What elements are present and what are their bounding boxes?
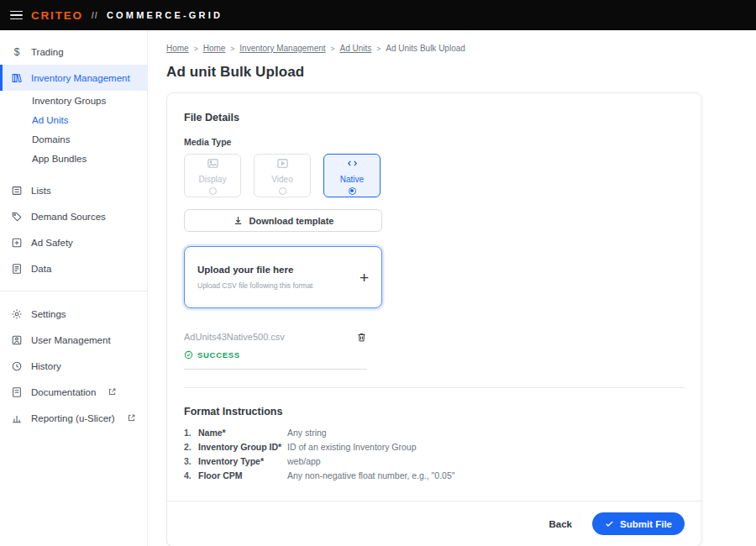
gear-icon xyxy=(10,307,24,321)
instruction-number: 2. xyxy=(184,442,198,452)
sidebar-item-label: Data xyxy=(31,264,51,274)
sidebar-item-label: Inventory Management xyxy=(31,73,130,83)
instruction-description: ID of an existing Inventory Group xyxy=(287,442,417,452)
dropzone-title: Upload your file here xyxy=(197,265,312,275)
sidebar-subitem-label: App Bundles xyxy=(32,154,87,164)
trash-icon xyxy=(356,332,367,343)
external-link-icon xyxy=(127,413,136,423)
breadcrumb-separator: > xyxy=(194,45,198,53)
radio-native[interactable] xyxy=(349,187,356,195)
submit-file-label: Submit File xyxy=(620,519,672,529)
instruction-field: Inventory Type* xyxy=(198,456,287,466)
instruction-number: 1. xyxy=(184,428,198,438)
check-circle-icon xyxy=(184,350,193,360)
sidebar-item-inventory-management[interactable]: Inventory Management xyxy=(0,65,147,91)
download-icon xyxy=(233,215,244,226)
sidebar-item-settings[interactable]: Settings xyxy=(0,301,147,327)
back-button[interactable]: Back xyxy=(549,519,573,529)
media-type-label: Media Type xyxy=(184,137,685,147)
sidebar-item-domains[interactable]: Domains xyxy=(0,129,147,149)
clock-icon xyxy=(10,360,24,373)
sidebar-item-demand-sources[interactable]: Demand Sources xyxy=(0,203,147,229)
radio-display[interactable] xyxy=(209,187,217,195)
app-window: CRITEO // COMMERCE-GRID $ Trading Invent… xyxy=(0,0,756,546)
breadcrumb-home[interactable]: Home xyxy=(166,44,189,53)
media-option-display[interactable]: Display xyxy=(184,154,241,197)
media-option-native[interactable]: Native xyxy=(323,154,381,197)
breadcrumb: Home > Home > Inventory Management > Ad … xyxy=(166,44,756,53)
sidebar-subitem-label: Inventory Groups xyxy=(32,96,106,106)
breadcrumb-ad-units[interactable]: Ad Units xyxy=(340,44,372,53)
instruction-description: Any non-negative float number, e.g., "0.… xyxy=(287,470,455,480)
hamburger-menu-icon[interactable] xyxy=(10,11,23,20)
uploaded-file-item: AdUnits43Native500.csv SUCCESS xyxy=(184,332,367,370)
sidebar-item-reporting[interactable]: Reporting (u-Slicer) xyxy=(0,405,147,431)
product-name: COMMERCE-GRID xyxy=(107,10,223,20)
sidebar-item-label: Reporting (u-Slicer) xyxy=(31,413,115,423)
bulk-upload-card: File Details Media Type Display xyxy=(166,92,702,546)
sidebar-item-label: Documentation xyxy=(31,387,96,397)
inventory-icon xyxy=(10,71,24,85)
media-option-video[interactable]: Video xyxy=(254,154,311,197)
sidebar-item-app-bundles[interactable]: App Bundles xyxy=(0,149,147,168)
breadcrumb-separator: > xyxy=(376,45,381,53)
file-details-heading: File Details xyxy=(184,112,685,123)
sidebar-item-lists[interactable]: Lists xyxy=(0,177,147,203)
media-option-label: Video xyxy=(271,175,292,184)
file-upload-dropzone[interactable]: Upload your file here Upload CSV file fo… xyxy=(184,246,382,308)
video-icon xyxy=(276,157,289,173)
format-instructions-list: 1. Name* Any string 2. Inventory Group I… xyxy=(184,428,685,480)
sidebar-item-documentation[interactable]: Documentation xyxy=(0,379,147,405)
document-icon xyxy=(10,386,24,399)
sidebar-item-trading[interactable]: $ Trading xyxy=(0,39,147,65)
topbar: CRITEO // COMMERCE-GRID xyxy=(0,0,756,30)
download-template-button[interactable]: Download template xyxy=(184,209,382,232)
sidebar-item-history[interactable]: History xyxy=(0,353,147,379)
dollar-icon: $ xyxy=(10,45,24,59)
format-instruction-row: 3. Inventory Type* web/app xyxy=(184,456,685,466)
main-content: Home > Home > Inventory Management > Ad … xyxy=(148,30,756,546)
format-instructions-heading: Format Instructions xyxy=(184,406,685,417)
instruction-description: Any string xyxy=(287,428,327,438)
breadcrumb-separator: > xyxy=(331,45,335,53)
sidebar: $ Trading Inventory Management Inventory… xyxy=(0,30,148,546)
radio-video[interactable] xyxy=(279,187,286,195)
page-title: Ad unit Bulk Upload xyxy=(166,64,756,81)
card-footer: Back Submit File xyxy=(167,501,701,546)
format-instruction-row: 1. Name* Any string xyxy=(184,428,685,438)
delete-file-button[interactable] xyxy=(356,332,367,343)
format-instruction-row: 4. Floor CPM Any non-negative float numb… xyxy=(184,470,685,480)
criteo-logo: CRITEO xyxy=(31,9,83,22)
download-template-label: Download template xyxy=(249,216,334,226)
sidebar-subitem-label: Ad Units xyxy=(32,115,68,125)
sidebar-item-label: Demand Sources xyxy=(31,212,106,222)
status-badge: SUCCESS xyxy=(197,350,240,360)
breadcrumb-inventory-management[interactable]: Inventory Management xyxy=(239,44,325,53)
user-icon xyxy=(10,333,24,347)
sidebar-spacer xyxy=(0,168,147,177)
check-icon xyxy=(605,519,614,528)
sidebar-item-user-management[interactable]: User Management xyxy=(0,327,147,353)
submit-file-button[interactable]: Submit File xyxy=(592,512,685,535)
media-type-options: Display Video xyxy=(184,154,685,197)
instruction-field: Inventory Group ID* xyxy=(198,442,287,452)
sidebar-item-data[interactable]: Data xyxy=(0,255,147,281)
dropzone-subtitle: Upload CSV file following this format xyxy=(197,281,312,290)
instruction-field: Name* xyxy=(198,428,287,438)
document-lines-icon xyxy=(10,262,24,276)
sidebar-item-label: History xyxy=(31,361,61,371)
sidebar-item-ad-safety[interactable]: Ad Safety xyxy=(0,229,147,255)
sidebar-subitem-label: Domains xyxy=(32,134,70,144)
instruction-number: 3. xyxy=(184,456,198,466)
breadcrumb-home-2[interactable]: Home xyxy=(203,44,226,53)
upload-status: SUCCESS xyxy=(184,350,367,360)
brand-separator: // xyxy=(92,10,98,20)
breadcrumb-current: Ad Units Bulk Upload xyxy=(386,44,465,53)
list-icon xyxy=(10,184,24,197)
image-icon xyxy=(207,157,219,173)
instruction-description: web/app xyxy=(287,456,321,466)
sidebar-item-ad-units[interactable]: Ad Units xyxy=(0,110,147,129)
media-option-label: Native xyxy=(340,175,364,184)
sidebar-item-inventory-groups[interactable]: Inventory Groups xyxy=(0,91,147,110)
sidebar-item-label: Settings xyxy=(31,309,66,319)
